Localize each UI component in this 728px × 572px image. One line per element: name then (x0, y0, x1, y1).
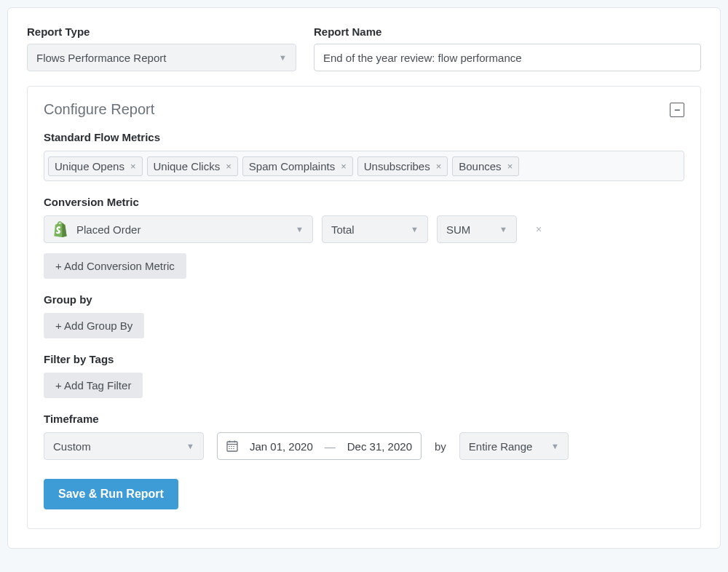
filter-tags-label: Filter by Tags (44, 353, 684, 365)
timeframe-section: Timeframe Custom ▼ (44, 413, 684, 460)
metric-tag-label: Bounces (459, 160, 501, 172)
remove-tag-icon[interactable]: × (341, 161, 347, 172)
conversion-agg-dropdown[interactable]: SUM ▼ (437, 215, 517, 243)
report-type-dropdown[interactable]: Flows Performance Report ▼ (27, 44, 296, 71)
svg-point-7 (229, 448, 230, 450)
chevron-down-icon: ▼ (551, 442, 559, 450)
report-type-field: Report Type Flows Performance Report ▼ (27, 25, 296, 71)
remove-tag-icon[interactable]: × (436, 161, 442, 172)
metric-tag-label: Unique Opens (55, 160, 124, 172)
svg-rect-0 (227, 442, 237, 451)
report-type-value: Flows Performance Report (36, 52, 166, 64)
timeframe-preset-value: Custom (53, 440, 91, 453)
metric-tag-label: Unique Clicks (154, 160, 221, 172)
conversion-metric-section: Conversion Metric Placed Order ▼ Total ▼ (44, 196, 684, 279)
add-group-by-button[interactable]: + Add Group By (44, 313, 144, 338)
metric-tag-label: Spam Complaints (249, 160, 335, 172)
svg-point-6 (233, 446, 234, 448)
chevron-down-icon: ▼ (186, 442, 194, 450)
conversion-agg-value: SUM (446, 223, 470, 236)
svg-point-8 (231, 448, 232, 450)
save-run-report-button[interactable]: Save & Run Report (44, 479, 178, 509)
standard-metrics-section: Standard Flow Metrics Unique Opens × Uni… (44, 131, 684, 181)
panel-title: Configure Report (44, 101, 154, 118)
chevron-down-icon: ▼ (499, 225, 507, 234)
panel-header: Configure Report − (44, 101, 684, 118)
standard-metrics-label: Standard Flow Metrics (44, 131, 684, 143)
metric-tag[interactable]: Unique Clicks × (147, 156, 238, 176)
collapse-button[interactable]: − (670, 103, 684, 117)
report-builder-card: Report Type Flows Performance Report ▼ R… (7, 7, 721, 549)
remove-tag-icon[interactable]: × (226, 161, 232, 172)
report-name-input[interactable] (314, 44, 701, 71)
shopify-icon (53, 221, 68, 237)
chevron-down-icon: ▼ (296, 225, 304, 234)
svg-point-4 (229, 446, 230, 448)
metric-tag[interactable]: Unique Opens × (48, 156, 143, 176)
remove-tag-icon[interactable]: × (130, 161, 136, 172)
group-by-label: Group by (44, 293, 684, 306)
chevron-down-icon: ▼ (279, 53, 287, 62)
calendar-icon (226, 440, 238, 452)
report-name-label: Report Name (314, 25, 701, 38)
group-by-section: Group by + Add Group By (44, 293, 684, 338)
add-conversion-metric-button[interactable]: + Add Conversion Metric (44, 253, 186, 279)
svg-point-5 (231, 446, 232, 448)
timeframe-row: Custom ▼ J (44, 432, 684, 460)
standard-metrics-taginput[interactable]: Unique Opens × Unique Clicks × Spam Comp… (44, 151, 684, 181)
conversion-metric-value: Placed Order (76, 223, 287, 236)
conversion-type-value: Total (331, 223, 355, 236)
top-row: Report Type Flows Performance Report ▼ R… (27, 25, 701, 71)
metric-tag[interactable]: Spam Complaints × (242, 156, 353, 176)
granularity-value: Entire Range (469, 440, 533, 453)
date-separator: — (325, 440, 336, 453)
conversion-type-dropdown[interactable]: Total ▼ (322, 215, 428, 243)
date-end: Dec 31, 2020 (347, 440, 412, 453)
add-tag-filter-button[interactable]: + Add Tag Filter (44, 373, 143, 398)
metric-tag-label: Unsubscribes (364, 160, 430, 172)
timeframe-preset-dropdown[interactable]: Custom ▼ (44, 432, 204, 460)
filter-tags-section: Filter by Tags + Add Tag Filter (44, 353, 684, 398)
svg-point-9 (233, 448, 234, 450)
date-start: Jan 01, 2020 (250, 440, 313, 453)
configure-panel: Configure Report − Standard Flow Metrics… (27, 86, 701, 529)
date-range-picker[interactable]: Jan 01, 2020 — Dec 31, 2020 (217, 432, 422, 460)
metric-tag[interactable]: Unsubscribes × (357, 156, 448, 176)
chevron-down-icon: ▼ (411, 225, 419, 234)
by-label: by (435, 440, 446, 453)
report-type-label: Report Type (27, 25, 296, 38)
conversion-row: Placed Order ▼ Total ▼ SUM ▼ × (44, 215, 684, 243)
timeframe-label: Timeframe (44, 413, 684, 425)
granularity-dropdown[interactable]: Entire Range ▼ (459, 432, 569, 460)
remove-tag-icon[interactable]: × (507, 161, 513, 172)
report-name-field: Report Name (314, 25, 701, 71)
metric-tag[interactable]: Bounces × (452, 156, 519, 176)
conversion-metric-dropdown[interactable]: Placed Order ▼ (44, 215, 313, 243)
remove-row-icon[interactable]: × (536, 223, 542, 235)
conversion-metric-label: Conversion Metric (44, 196, 684, 208)
